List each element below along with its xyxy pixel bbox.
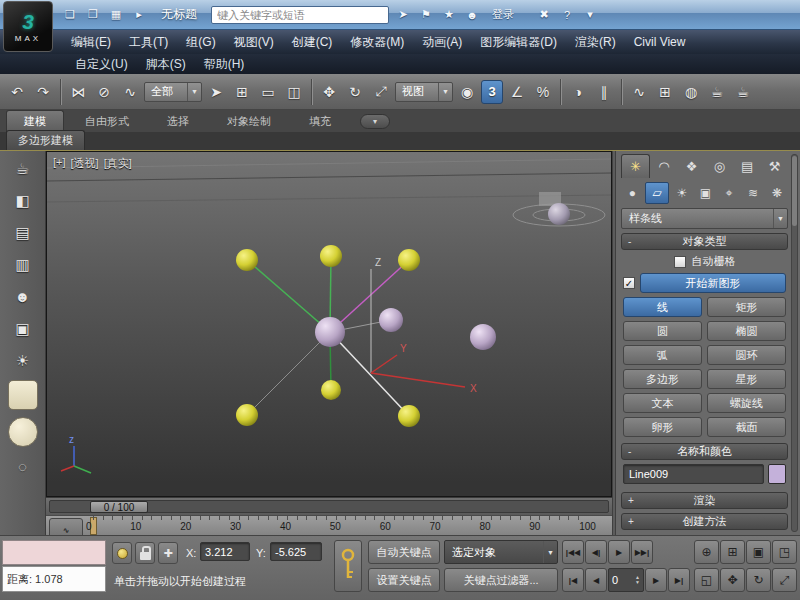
search-go-icon[interactable]: ➤: [393, 6, 413, 24]
notes-icon[interactable]: ▤: [8, 220, 38, 245]
rollout-creation-method-header[interactable]: + 创建方法: [621, 513, 788, 530]
shape-button[interactable]: 圆: [623, 321, 702, 341]
select-and-rotate-icon[interactable]: ↻: [343, 79, 367, 105]
primitives-icon[interactable]: ◧: [8, 188, 38, 213]
maximize-viewport-icon[interactable]: ⤢: [772, 568, 797, 592]
render-setup-icon[interactable]: ☕: [705, 79, 729, 105]
bind-to-spacewarp-icon[interactable]: ∿: [118, 79, 142, 105]
create-tab[interactable]: ✳: [621, 154, 650, 178]
motion-tab[interactable]: ◎: [706, 154, 733, 178]
reference-coordsys-dropdown[interactable]: 视图▼: [395, 82, 453, 102]
new-scene-icon[interactable]: ❏: [60, 6, 80, 24]
qat-more-icon[interactable]: ▸: [129, 6, 149, 24]
shape-button[interactable]: 文本: [623, 393, 702, 413]
shape-button[interactable]: 矩形: [707, 297, 786, 317]
next-key-button[interactable]: ▶: [645, 568, 667, 592]
object-name-field[interactable]: Line009: [623, 464, 764, 484]
menu-item[interactable]: 工具(T): [120, 34, 177, 51]
material-swatch-circle[interactable]: [8, 417, 38, 447]
mini-listener-script[interactable]: 距离: 1.078: [2, 566, 106, 592]
shape-button[interactable]: 圆环: [707, 345, 786, 365]
angle-snap-icon[interactable]: ∠: [505, 79, 529, 105]
shape-button[interactable]: 星形: [707, 369, 786, 389]
selection-set-dropdown[interactable]: 选定对象 ▼: [444, 540, 558, 564]
ribbon-overflow-icon[interactable]: ▾: [360, 114, 390, 129]
track-bar[interactable]: ∿ 0102030405060708090100: [46, 515, 612, 535]
extra-tool-icon[interactable]: ◌: [8, 454, 38, 479]
ribbon-tab[interactable]: 自由形式: [68, 111, 146, 132]
zoom-region-icon[interactable]: ◱: [694, 568, 719, 592]
set-key-button[interactable]: 设置关键点: [368, 568, 440, 592]
curve-editor-icon[interactable]: ∿: [627, 79, 651, 105]
y-coordinate-field[interactable]: -5.625: [270, 542, 322, 561]
panel-scrollbar-thumb[interactable]: [792, 156, 797, 226]
x-coordinate-field[interactable]: 3.212: [200, 542, 250, 561]
use-pivot-center-icon[interactable]: ◉: [455, 79, 479, 105]
shape-button[interactable]: 线: [623, 297, 702, 317]
shapes-tab[interactable]: ▱: [645, 182, 670, 204]
schematic-view-icon[interactable]: ⊞: [653, 79, 677, 105]
zoom-icon[interactable]: ⊕: [694, 540, 719, 564]
ribbon-tab[interactable]: 选择: [150, 111, 206, 132]
shape-button[interactable]: 椭圆: [707, 321, 786, 341]
set-keys-button[interactable]: [334, 540, 362, 592]
titlebar-chevron-icon[interactable]: ▾: [580, 6, 600, 24]
go-to-start-button[interactable]: |◀◀: [562, 540, 584, 564]
menu-item[interactable]: 修改器(M): [341, 34, 413, 51]
unlink-selection-icon[interactable]: ⊘: [92, 79, 116, 105]
time-slider-handle[interactable]: 0 / 100: [90, 501, 148, 513]
panel-scrollbar[interactable]: [791, 154, 798, 532]
window-crossing-icon[interactable]: ◫: [282, 79, 306, 105]
select-object-icon[interactable]: ➤: [204, 79, 228, 105]
isolate-selection-icon[interactable]: [112, 542, 132, 564]
menu-item[interactable]: 图形编辑器(D): [471, 34, 566, 51]
menu-item[interactable]: 自定义(U): [66, 56, 137, 73]
light-icon[interactable]: ☀: [8, 348, 38, 373]
viewport-menu-shading[interactable]: [真实]: [104, 156, 132, 171]
help-icon[interactable]: ?: [557, 6, 577, 24]
menu-item[interactable]: 视图(V): [225, 34, 283, 51]
menu-item[interactable]: Civil View: [625, 35, 695, 49]
autogrid-checkbox[interactable]: [674, 256, 686, 268]
menu-item[interactable]: 动画(A): [413, 34, 471, 51]
auto-key-button[interactable]: 自动关键点: [368, 540, 440, 564]
application-menu-button[interactable]: 3 MAX: [3, 1, 53, 52]
select-by-name-icon[interactable]: ⊞: [230, 79, 254, 105]
chart-icon[interactable]: ▥: [8, 252, 38, 277]
select-and-scale-icon[interactable]: ⤢: [369, 79, 393, 105]
cameras-tab[interactable]: ▣: [694, 182, 717, 204]
start-new-shape-checkbox[interactable]: ✓: [623, 277, 635, 289]
favorites-star-icon[interactable]: ★: [439, 6, 459, 24]
frame-field[interactable]: 0▲▼: [608, 568, 644, 592]
key-filters-button[interactable]: 关键点过滤器...: [444, 568, 558, 592]
select-and-move-icon[interactable]: ✥: [317, 79, 341, 105]
menu-item[interactable]: 组(G): [177, 34, 224, 51]
material-swatch-square[interactable]: [8, 380, 38, 410]
selection-filter-dropdown[interactable]: 全部▼: [144, 82, 202, 102]
utilities-tab[interactable]: ⚒: [761, 154, 788, 178]
camera-icon[interactable]: ▣: [8, 316, 38, 341]
display-tab[interactable]: ▤: [734, 154, 761, 178]
zoom-extents-all-icon[interactable]: ◳: [772, 540, 797, 564]
redo-icon[interactable]: ↷: [31, 79, 55, 105]
shape-button[interactable]: 截面: [707, 417, 786, 437]
ribbon-tab[interactable]: 对象绘制: [210, 111, 288, 132]
object-color-swatch[interactable]: [768, 464, 786, 484]
align-icon[interactable]: ∥: [592, 79, 616, 105]
menu-item[interactable]: 脚本(S): [137, 56, 195, 73]
modify-tab[interactable]: ◠: [651, 154, 678, 178]
category-dropdown[interactable]: 样条线 ▼: [621, 208, 788, 229]
material-editor-icon[interactable]: ◍: [679, 79, 703, 105]
rollout-name-color-header[interactable]: - 名称和颜色: [621, 443, 788, 460]
absolute-mode-icon[interactable]: ✚: [158, 542, 178, 564]
teapot-icon[interactable]: ☕: [8, 156, 38, 181]
percent-snap-icon[interactable]: %: [531, 79, 555, 105]
hierarchy-tab[interactable]: ❖: [678, 154, 705, 178]
zoom-all-icon[interactable]: ⊞: [720, 540, 745, 564]
lights-tab[interactable]: ☀: [670, 182, 693, 204]
snap-toggle-icon[interactable]: 3: [481, 80, 503, 104]
ribbon-tab[interactable]: 建模: [6, 110, 64, 132]
shape-button[interactable]: 弧: [623, 345, 702, 365]
undo-icon[interactable]: ↶: [5, 79, 29, 105]
next-frame-button[interactable]: ▶|: [668, 568, 690, 592]
